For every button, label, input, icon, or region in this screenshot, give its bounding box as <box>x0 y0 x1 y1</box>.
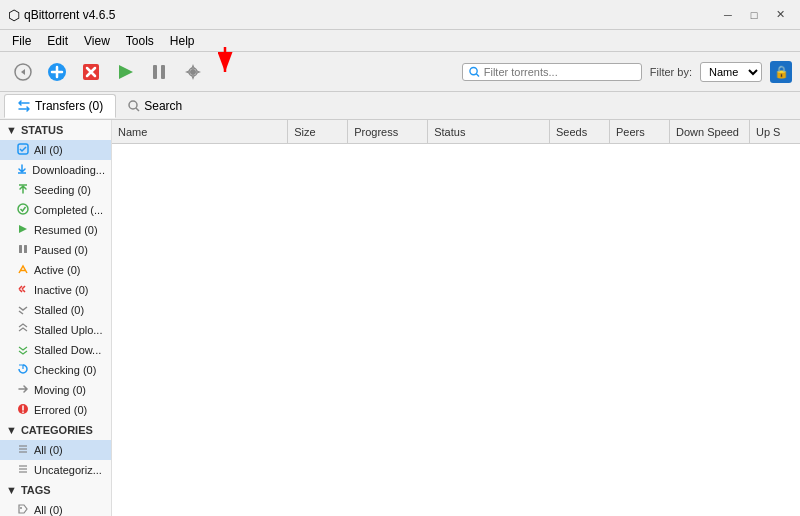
svg-point-12 <box>129 101 137 109</box>
errored-icon <box>16 403 30 417</box>
stalled-up-icon <box>16 323 30 337</box>
sidebar-item-paused[interactable]: Paused (0) <box>0 240 111 260</box>
maximize-button[interactable]: □ <box>742 4 766 26</box>
minimize-button[interactable]: ─ <box>716 4 740 26</box>
menu-tools[interactable]: Tools <box>118 32 162 50</box>
add-torrent-button[interactable] <box>42 57 72 87</box>
transfers-tab-label: Transfers (0) <box>35 99 103 113</box>
toolbar: Filter by: Name Size Status 🔒 <box>0 52 800 92</box>
download-icon <box>16 163 28 177</box>
menu-help[interactable]: Help <box>162 32 203 50</box>
svg-rect-4 <box>153 65 157 79</box>
sidebar-paused-label: Paused (0) <box>34 244 88 256</box>
sidebar-errored-label: Errored (0) <box>34 404 87 416</box>
svg-line-11 <box>476 73 479 76</box>
sidebar-item-moving[interactable]: Moving (0) <box>0 380 111 400</box>
menu-file[interactable]: File <box>4 32 39 50</box>
svg-marker-3 <box>119 65 133 79</box>
stalled-down-icon <box>16 343 30 357</box>
uncategorized-icon <box>16 463 30 477</box>
torrent-header: Name Size Progress Status Seeds Peers Do… <box>112 120 800 144</box>
filter-input[interactable] <box>484 66 635 78</box>
sidebar-stalled-label: Stalled (0) <box>34 304 84 316</box>
svg-marker-18 <box>19 225 27 233</box>
sidebar-resumed-label: Resumed (0) <box>34 224 98 236</box>
svg-point-10 <box>470 67 477 74</box>
filterby-select[interactable]: Name Size Status <box>700 62 762 82</box>
back-button[interactable] <box>8 57 38 87</box>
resume-button[interactable] <box>110 57 140 87</box>
sidebar-item-seeding[interactable]: Seeding (0) <box>0 180 111 200</box>
tab-transfers[interactable]: Transfers (0) <box>4 94 116 118</box>
tab-search[interactable]: Search <box>116 95 194 117</box>
col-up-speed[interactable]: Up S <box>750 120 800 143</box>
col-progress[interactable]: Progress <box>348 120 428 143</box>
close-button[interactable]: ✕ <box>768 4 792 26</box>
col-name[interactable]: Name <box>112 120 288 143</box>
sidebar-item-all[interactable]: All (0) <box>0 140 111 160</box>
active-icon <box>16 263 30 277</box>
sidebar-item-cat-all[interactable]: All (0) <box>0 440 111 460</box>
sidebar-active-label: Active (0) <box>34 264 80 276</box>
status-chevron: ▼ <box>6 124 17 136</box>
sidebar-item-active[interactable]: Active (0) <box>0 260 111 280</box>
sidebar-item-checking[interactable]: Checking (0) <box>0 360 111 380</box>
sidebar-inactive-label: Inactive (0) <box>34 284 88 296</box>
tags-section-label: TAGS <box>21 484 51 496</box>
sidebar-item-downloading[interactable]: Downloading... <box>0 160 111 180</box>
moving-icon <box>16 383 30 397</box>
sidebar-downloading-label: Downloading... <box>32 164 105 176</box>
main-content: ▼ STATUS All (0) Downloading... Seed <box>0 120 800 516</box>
torrent-body <box>112 144 800 516</box>
title-bar: ⬡ qBittorrent v4.6.5 ─ □ ✕ <box>0 0 800 30</box>
svg-rect-19 <box>19 245 22 253</box>
app-icon: ⬡ <box>8 7 20 23</box>
categories-section-header[interactable]: ▼ CATEGORIES <box>0 420 111 440</box>
sidebar-item-uncategorized[interactable]: Uncategoriz... <box>0 460 111 480</box>
col-down-speed[interactable]: Down Speed <box>670 120 750 143</box>
sidebar-item-stalled-down[interactable]: Stalled Dow... <box>0 340 111 360</box>
sidebar-all-label: All (0) <box>34 144 63 156</box>
stalled-icon <box>16 303 30 317</box>
search-tab-icon <box>128 100 140 112</box>
col-peers[interactable]: Peers <box>610 120 670 143</box>
svg-point-17 <box>18 204 28 214</box>
filterby-label: Filter by: <box>650 66 692 78</box>
status-section-header[interactable]: ▼ STATUS <box>0 120 111 140</box>
tags-chevron: ▼ <box>6 484 17 496</box>
menu-edit[interactable]: Edit <box>39 32 76 50</box>
filter-box <box>462 63 642 81</box>
tags-section-header[interactable]: ▼ TAGS <box>0 480 111 500</box>
sidebar-item-stalled-up[interactable]: Stalled Uplo... <box>0 320 111 340</box>
menu-bar: File Edit View Tools Help <box>0 30 800 52</box>
cat-all-icon <box>16 443 30 457</box>
paused-icon <box>16 243 30 257</box>
options-button[interactable] <box>178 57 208 87</box>
resumed-icon <box>16 223 30 237</box>
sidebar-item-completed[interactable]: Completed (... <box>0 200 111 220</box>
search-tab-label: Search <box>144 99 182 113</box>
tag-all-icon <box>16 503 30 516</box>
menu-view[interactable]: View <box>76 32 118 50</box>
pause-button[interactable] <box>144 57 174 87</box>
status-section-label: STATUS <box>21 124 63 136</box>
col-seeds[interactable]: Seeds <box>550 120 610 143</box>
lock-button[interactable]: 🔒 <box>770 61 792 83</box>
col-size[interactable]: Size <box>288 120 348 143</box>
sidebar-item-inactive[interactable]: Inactive (0) <box>0 280 111 300</box>
inactive-icon <box>16 283 30 297</box>
sidebar-uncategorized-label: Uncategoriz... <box>34 464 102 476</box>
sidebar-moving-label: Moving (0) <box>34 384 86 396</box>
sidebar-stalled-down-label: Stalled Dow... <box>34 344 101 356</box>
sidebar-item-stalled[interactable]: Stalled (0) <box>0 300 111 320</box>
transfers-icon <box>17 99 31 113</box>
toolbar-right: Filter by: Name Size Status 🔒 <box>462 61 792 83</box>
sidebar-item-resumed[interactable]: Resumed (0) <box>0 220 111 240</box>
sidebar: ▼ STATUS All (0) Downloading... Seed <box>0 120 112 516</box>
tabs-row: Transfers (0) Search <box>0 92 800 120</box>
sidebar-item-tag-all[interactable]: All (0) <box>0 500 111 516</box>
sidebar-item-errored[interactable]: Errored (0) <box>0 400 111 420</box>
col-status[interactable]: Status <box>428 120 550 143</box>
remove-button[interactable] <box>76 57 106 87</box>
svg-rect-20 <box>24 245 27 253</box>
